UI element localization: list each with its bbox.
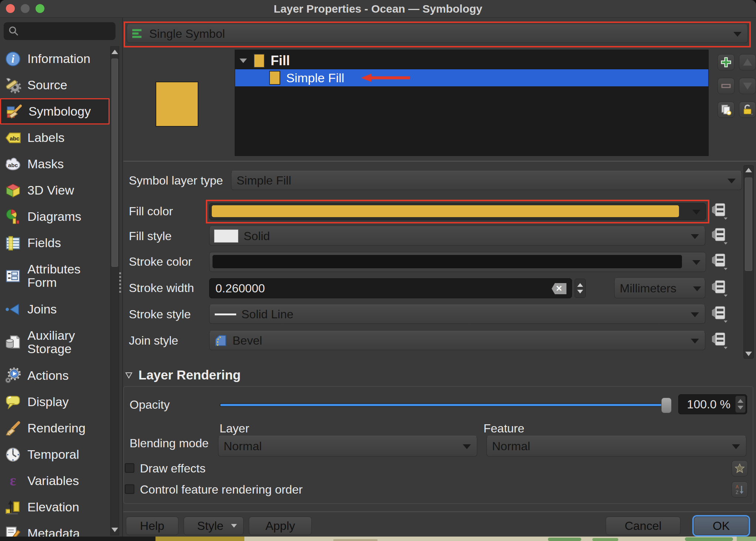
sidebar-item-attributes-form[interactable]: Attributes Form <box>0 256 110 296</box>
opacity-spinbox[interactable]: 100.0 % <box>678 394 747 414</box>
lock-color-button[interactable] <box>739 102 756 118</box>
information-icon: i <box>4 50 22 67</box>
sidebar-item-display[interactable]: Display <box>0 389 110 415</box>
remove-symbol-layer-button[interactable] <box>717 78 735 94</box>
stroke-width-input[interactable]: 0.260000 ✕ <box>209 278 572 298</box>
3d-view-icon <box>4 182 22 199</box>
fill-style-select[interactable]: Solid <box>209 226 705 246</box>
sidebar-item-label: Attributes Form <box>27 263 90 289</box>
blend-layer-select[interactable]: Normal <box>218 436 477 457</box>
svg-text:ε: ε <box>10 473 16 489</box>
join-style-select[interactable]: Bevel <box>209 331 705 350</box>
sidebar-scroll-down-icon[interactable] <box>111 528 118 532</box>
panel-splitter-handle[interactable] <box>119 272 121 294</box>
sidebar-item-information[interactable]: i Information <box>0 46 110 72</box>
help-button[interactable]: Help <box>126 517 178 535</box>
define-order-button[interactable]: AZ <box>732 481 748 498</box>
form-scrollbar[interactable] <box>743 165 754 359</box>
sidebar-item-label: Auxiliary Storage <box>27 329 90 355</box>
ok-button[interactable]: OK <box>694 517 749 535</box>
customize-effects-button[interactable] <box>732 460 748 477</box>
chevron-down-icon <box>733 32 742 37</box>
sidebar-scrollbar-thumb[interactable] <box>111 59 118 267</box>
sidebar-item-joins[interactable]: Joins <box>0 296 110 322</box>
cancel-button[interactable]: Cancel <box>606 517 680 535</box>
symbol-layer-type-select[interactable]: Simple Fill <box>231 171 742 190</box>
sidebar-item-metadata[interactable]: Metadata <box>0 520 110 537</box>
form-scroll-up-icon[interactable] <box>745 168 752 172</box>
sidebar-item-auxiliary-storage[interactable]: Auxiliary Storage <box>0 322 110 362</box>
sidebar-item-temporal[interactable]: Temporal <box>0 441 110 468</box>
map-canvas-strip <box>0 537 756 541</box>
chevron-down-icon[interactable] <box>692 210 700 215</box>
opacity-stepper[interactable] <box>735 396 746 413</box>
stroke-width-unit-select[interactable]: Millimeters <box>614 278 705 298</box>
actions-icon <box>4 367 22 384</box>
fill-color-override-button[interactable] <box>710 202 728 220</box>
symbol-layer-tree: Fill Simple Fill <box>235 50 709 156</box>
form-scroll-down-icon[interactable] <box>745 352 752 356</box>
control-rendering-order-checkbox[interactable] <box>125 484 134 494</box>
sidebar-item-masks[interactable]: abc Masks <box>0 151 110 177</box>
spin-up-icon[interactable] <box>737 399 743 403</box>
renderer-select[interactable]: Single Symbol <box>127 24 748 43</box>
spin-up-icon[interactable] <box>577 283 583 287</box>
sidebar-item-3d-view[interactable]: 3D View <box>0 177 110 203</box>
title-bar: Layer Properties - Ocean — Symbology <box>0 0 756 18</box>
fill-color-button[interactable] <box>209 203 706 220</box>
window-title: Layer Properties - Ocean — Symbology <box>0 0 756 17</box>
sidebar-item-source[interactable]: Source <box>0 72 110 98</box>
sidebar-item-actions[interactable]: Actions <box>0 362 110 389</box>
sidebar-item-label: Information <box>27 52 90 66</box>
stroke-width-override-button[interactable] <box>710 279 728 298</box>
search-input[interactable] <box>19 25 106 37</box>
apply-button[interactable]: Apply <box>249 517 312 535</box>
move-layer-up-button[interactable] <box>739 54 756 70</box>
sidebar-scrollbar[interactable] <box>110 46 119 535</box>
section-expand-icon[interactable] <box>125 372 133 379</box>
sidebar-item-fields[interactable]: Fields <box>0 230 110 256</box>
plus-icon <box>720 56 732 68</box>
sidebar-item-elevation[interactable]: Elevation <box>0 494 110 520</box>
expand-arrow-icon[interactable] <box>240 59 247 63</box>
opacity-value: 100.0 % <box>687 398 730 411</box>
tree-row-fill[interactable]: Fill <box>235 52 708 69</box>
stroke-style-select[interactable]: Solid Line <box>209 305 705 324</box>
style-menu-chevron-icon[interactable] <box>231 524 237 528</box>
opacity-label: Opacity <box>130 395 170 414</box>
sidebar-item-variables[interactable]: ε Variables <box>0 468 110 494</box>
layer-rendering-title[interactable]: Layer Rendering <box>138 368 241 382</box>
sidebar-item-label: Actions <box>27 369 69 382</box>
opacity-slider[interactable] <box>220 403 669 407</box>
sidebar-item-label: Symbology <box>29 105 91 118</box>
sidebar-scroll-up-icon[interactable] <box>111 50 118 54</box>
opacity-slider-handle[interactable] <box>661 398 672 413</box>
sidebar-search[interactable] <box>4 22 116 40</box>
sidebar-item-rendering[interactable]: Rendering <box>0 415 110 441</box>
draw-effects-checkbox[interactable] <box>125 463 134 473</box>
form-scrollbar-thumb[interactable] <box>745 177 752 271</box>
blend-feature-select[interactable]: Normal <box>486 436 746 457</box>
line-style-swatch <box>215 313 236 315</box>
stroke-color-override-button[interactable] <box>710 252 728 271</box>
sidebar-item-diagrams[interactable]: Diagrams <box>0 203 110 230</box>
stroke-style-override-button[interactable] <box>710 305 728 323</box>
spin-down-icon[interactable] <box>577 290 583 293</box>
tree-row-simple-fill[interactable]: Simple Fill <box>235 69 708 86</box>
add-symbol-layer-button[interactable] <box>717 54 735 70</box>
sidebar-item-symbology[interactable]: Symbology <box>0 98 110 125</box>
join-style-value: Bevel <box>233 334 262 348</box>
fill-style-override-button[interactable] <box>710 227 728 245</box>
move-layer-down-button[interactable] <box>739 78 756 94</box>
clear-value-icon[interactable]: ✕ <box>552 283 566 294</box>
sidebar-item-labels[interactable]: abc Labels <box>0 125 110 151</box>
renderer-value: Single Symbol <box>149 27 225 41</box>
join-style-override-button[interactable] <box>710 331 728 350</box>
chevron-down-icon[interactable] <box>692 260 700 265</box>
stroke-width-unit-value: Millimeters <box>620 282 676 295</box>
stroke-width-stepper[interactable] <box>575 279 586 298</box>
spin-down-icon[interactable] <box>737 406 743 409</box>
duplicate-layer-button[interactable]: ✱ <box>717 102 735 118</box>
stroke-color-button[interactable] <box>209 252 706 272</box>
sidebar-item-label: Joins <box>27 303 57 316</box>
